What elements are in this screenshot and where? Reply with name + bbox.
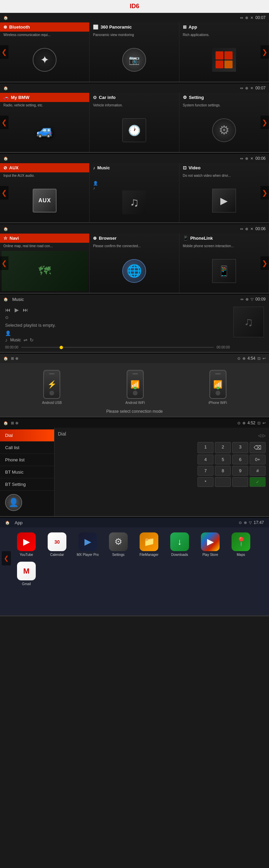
music-header-icon: ♪	[93, 165, 95, 170]
numpad-star[interactable]: *	[197, 477, 213, 487]
numpad-3[interactable]: 3	[232, 442, 248, 453]
home-icon-2[interactable]: 🏠	[3, 86, 8, 90]
home-icon-music[interactable]: 🏠	[3, 297, 8, 302]
aux-img: AUX	[0, 179, 89, 222]
menu-item-setting[interactable]: ⚙ Setting System function settings. ⚙	[179, 93, 269, 152]
dial-menu-btmusic[interactable]: BT Music	[0, 466, 54, 478]
dial-menu-btsetting[interactable]: BT Setting	[0, 478, 54, 491]
album-art: ♫	[233, 307, 264, 337]
music-source: Music	[10, 338, 21, 342]
menu-item-mybmw[interactable]: 🚗 My BMW Radio, vehicle setting, etc. 🚙	[0, 93, 90, 152]
arrow-right-dial[interactable]: ▷	[263, 433, 266, 438]
gps-icon-app: ⊙	[239, 521, 242, 525]
mxplayer-icon: ▶	[78, 532, 97, 551]
shuffle-icon[interactable]: ⇌	[23, 337, 28, 343]
maps-icon: 📍	[232, 532, 250, 551]
nav-right-4[interactable]: ❯	[260, 256, 269, 270]
menu-item-aux[interactable]: ⊘ AUX Input the AUX audio. AUX	[0, 163, 90, 222]
next-btn[interactable]: ⏭	[23, 307, 28, 313]
home-icon-conn[interactable]: 🏠	[3, 356, 8, 361]
home-icon-app[interactable]: 🏠	[5, 521, 10, 525]
dial-main: Dial ◁ ▷ 1 2 3 ⌫ 4 5 6 0+ 7 8 9 # *	[54, 428, 269, 516]
aux-symbol: AUX	[33, 189, 57, 212]
menu-item-app[interactable]: ⊞ App Rich applications.	[179, 22, 269, 82]
app-nav-left[interactable]: ❮	[2, 551, 11, 565]
numpad-call[interactable]: ✓	[250, 477, 266, 487]
dial-menu-dial[interactable]: Dial	[0, 429, 54, 442]
menu-item-panoramic[interactable]: ⬜ 360 Panoramic Panoramic view monitorin…	[90, 22, 179, 82]
numpad-6[interactable]: 6	[232, 455, 248, 464]
dial-input-row: Dial ◁ ▷	[58, 431, 266, 440]
numpad-5[interactable]: 5	[215, 455, 231, 464]
prev-btn[interactable]: ⏮	[5, 307, 11, 313]
dial-title: Dial	[58, 431, 66, 437]
numpad-4[interactable]: 4	[197, 455, 213, 464]
dial-sb-icon: ⊞	[11, 421, 14, 425]
menu-item-navi[interactable]: ☆ Navi Online map, real time road con...…	[0, 234, 90, 293]
gmail-label: Gmail	[22, 582, 31, 586]
numpad-0plus[interactable]: 0+	[250, 455, 266, 464]
app-icon-youtube[interactable]: ▶ YouTube	[14, 532, 39, 557]
nav-left-4[interactable]: ❮	[0, 256, 9, 270]
screen-4: 🏠 ⇔ ⊕ ✕ 00:06 ❮ ☆ Navi Online map, real …	[0, 224, 269, 294]
menu-item-phonelink[interactable]: 📱 PhoneLink Mobile phone screen interact…	[179, 234, 269, 293]
numpad-8[interactable]: 8	[215, 466, 231, 476]
app-icon-gmail[interactable]: M Gmail	[14, 562, 39, 586]
numpad-7[interactable]: 7	[197, 466, 213, 476]
playstore-icon: ▶	[201, 532, 220, 551]
progress-bar[interactable]	[21, 347, 214, 348]
navi-header-icon: ☆	[3, 236, 7, 241]
menu-item-carinfo[interactable]: ⊙ Car info Vehicle information. 🕐	[90, 93, 179, 152]
nav-right-2[interactable]: ❯	[260, 116, 269, 129]
mybmw-label: My BMW	[11, 95, 29, 100]
nav-right-1[interactable]: ❯	[260, 45, 269, 59]
navi-header: ☆ Navi	[0, 234, 89, 243]
android-usb-label: Android USB	[42, 401, 62, 405]
app-icon-calendar[interactable]: 30 Calendar	[44, 532, 70, 557]
numpad-9[interactable]: 9	[232, 466, 248, 476]
app-icon-settings[interactable]: ⚙ Settings	[106, 532, 131, 557]
conn-android-wifi[interactable]: 📶 Android WiFi	[125, 370, 145, 405]
menu-grid-1: ❮ ⊗ Bluetooth Wireless communication equ…	[0, 22, 269, 82]
app-icon-downloads[interactable]: ↓ Downloads	[167, 532, 192, 557]
nav-left-1[interactable]: ❮	[0, 45, 9, 59]
nav-right-3[interactable]: ❯	[260, 186, 269, 200]
menu-item-browser[interactable]: ⊕ Browser Please confirm the connected..…	[90, 234, 179, 293]
app-icon-filemanager[interactable]: 📁 FileManager	[136, 532, 162, 557]
menu-item-video[interactable]: ⊡ Video Do not watch video when drivi...…	[179, 163, 269, 222]
status-bar-1: 🏠 ⇔ ⊕ ✕ 00:07	[0, 13, 269, 22]
menu-item-bluetooth[interactable]: ⊗ Bluetooth Wireless communication equi.…	[0, 22, 90, 82]
pano-header-icon: ⬜	[93, 24, 98, 30]
aux-header-icon: ⊘	[3, 165, 7, 170]
repeat-icon[interactable]: ↻	[30, 337, 34, 343]
numpad-1[interactable]: 1	[197, 442, 213, 453]
back-icon-dial[interactable]: ↩	[263, 421, 266, 425]
nav-left-2[interactable]: ❮	[0, 116, 9, 129]
numpad-2[interactable]: 2	[215, 442, 231, 453]
arrow-left-dial[interactable]: ◁	[258, 433, 261, 438]
home-icon-dial[interactable]: 🏠	[3, 421, 8, 425]
home-icon-3[interactable]: 🏠	[3, 156, 8, 161]
app-icon-maps[interactable]: 📍 Maps	[228, 532, 254, 557]
numpad-backspace[interactable]: ⌫	[250, 442, 266, 453]
gauge-symbol: 🕐	[122, 118, 146, 142]
dial-item-dial-label: Dial	[5, 433, 13, 438]
dial-menu-phonelist[interactable]: Phone list	[0, 454, 54, 466]
app-label: App	[189, 24, 197, 30]
setting-img: ⚙	[179, 108, 269, 152]
conn-android-usb[interactable]: ⚡ Android USB	[42, 370, 62, 405]
home-icon-4[interactable]: 🏠	[3, 227, 8, 231]
app-icon-mxplayer[interactable]: ▶ MX Player Pro	[75, 532, 100, 557]
dial-menu-calllist[interactable]: Call list	[0, 442, 54, 454]
nav-left-3[interactable]: ❮	[0, 186, 9, 200]
play-btn[interactable]: ▶	[15, 307, 19, 313]
home-icon[interactable]: 🏠	[3, 16, 8, 20]
bt-icon-conn: ⊕	[242, 356, 246, 361]
numpad-hash[interactable]: #	[250, 466, 266, 476]
menu-item-music[interactable]: ♪ Music 👤 ♪ ♫	[90, 163, 179, 222]
back-icon[interactable]: ↩	[263, 356, 266, 361]
app-icon-playstore[interactable]: ▶ Play Store	[197, 532, 223, 557]
playstore-label: Play Store	[202, 553, 218, 557]
conn-iphone-wifi[interactable]: 📶 iPhone WiFi	[209, 370, 227, 405]
app-desc: Rich applications.	[179, 32, 269, 38]
